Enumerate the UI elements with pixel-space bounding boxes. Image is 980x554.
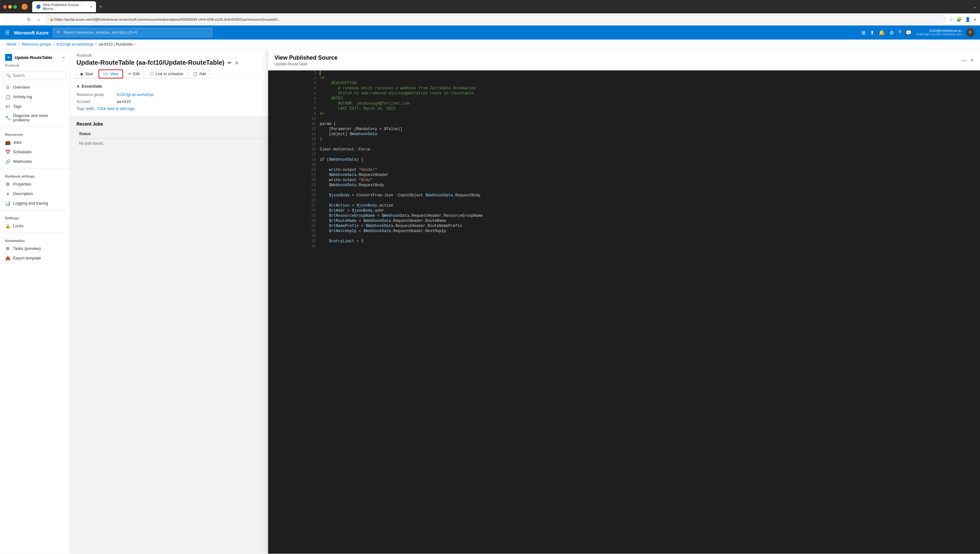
edit-btn[interactable]: ✏ Edit	[124, 70, 144, 78]
code-line-7: 7 AUTHOR: jmcdonough@fortinet.com	[268, 101, 980, 106]
dropdown-btn[interactable]: ⌄	[973, 4, 977, 9]
code-line-20: 20 write-output "Header"	[268, 167, 980, 172]
forward-btn[interactable]: →	[15, 16, 22, 22]
sidebar-item-diagnose[interactable]: 🔧 Diagnose and solve problems	[0, 111, 70, 125]
account-label: Account	[76, 99, 115, 104]
active-tab[interactable]: 🔵 View Published Source - Micros... ×	[32, 1, 96, 12]
rg-value[interactable]: fct10-fgt-as-workshop	[117, 92, 153, 97]
sidebar-item-diagnose-label: Diagnose and solve problems	[13, 113, 65, 123]
start-label: Start	[85, 72, 93, 76]
upload-icon[interactable]: ⬆	[870, 30, 874, 36]
sidebar-item-webhooks[interactable]: 🔗 Webhooks	[0, 157, 70, 166]
cloud-shell-icon[interactable]: ⊞	[861, 30, 865, 36]
sidebar-item-jobs[interactable]: 💼 Jobs	[0, 138, 70, 147]
locks-icon: 🔒	[5, 223, 10, 229]
sidebar-item-overview[interactable]: ⊙ Overview	[0, 83, 70, 92]
webhooks-icon: 🔗	[5, 159, 10, 164]
code-line-5: 5 Stitch to add/removed microsegmentatio…	[268, 91, 980, 96]
sidebar-item-export[interactable]: 📤 Export template	[0, 253, 70, 263]
tab-close-btn[interactable]: ×	[90, 5, 92, 9]
feedback-icon[interactable]: 💬	[905, 30, 912, 36]
breadcrumb-workshop[interactable]: fct10-fgt-as-workshop	[56, 42, 93, 46]
content-area: Runbook Update-RouteTable (aa-fct10/Upda…	[70, 49, 980, 554]
traffic-light-yellow[interactable]	[8, 5, 12, 9]
favorite-icon[interactable]: ☆	[235, 60, 239, 65]
breadcrumb-resource-groups[interactable]: Resource groups	[22, 42, 51, 46]
panel-close-btn[interactable]: ×	[970, 57, 974, 64]
code-line-18: 18 if ($WebhookData) {	[268, 157, 980, 162]
edit-title-icon[interactable]: ✏	[228, 60, 231, 65]
automation-section-label: Automation	[0, 235, 70, 244]
sidebar-item-logging[interactable]: 📊 Logging and tracing	[0, 199, 70, 208]
sidebar-azure-icon: >	[5, 54, 12, 61]
code-line-25: 25 $jsonBody = ConvertFrom-Json -InputOb…	[268, 193, 980, 198]
sidebar-search-input[interactable]	[13, 73, 64, 78]
start-icon: ▶	[81, 72, 84, 76]
sidebar-item-logging-label: Logging and tracing	[13, 201, 48, 205]
sidebar-item-description[interactable]: ≡ Description	[0, 189, 70, 199]
tags-add-link[interactable]: Click here to add tags	[97, 107, 135, 111]
export-icon: 📤	[5, 256, 10, 261]
address-bar: ← → ↻ ⌂ 🔒 ℹ https://portal.azure.com/#@f…	[0, 13, 980, 25]
code-line-10: 10	[268, 116, 980, 121]
user-section[interactable]: fct10@fortinetcloud.on... FORTINET CLOUD…	[916, 28, 975, 37]
home-btn[interactable]: ⌂	[36, 16, 41, 22]
sidebar-item-locks[interactable]: 🔒 Locks	[0, 221, 70, 231]
jobs-icon: 💼	[5, 140, 10, 145]
code-line-22: 22 write-output "Body"	[268, 178, 980, 183]
start-btn[interactable]: ▶ Start	[76, 70, 97, 78]
svg-point-2	[24, 6, 25, 8]
breadcrumb: Home > Resource groups > fct10-fgt-as-wo…	[0, 40, 980, 49]
notifications-icon[interactable]: 🔔	[879, 30, 885, 36]
breadcrumb-home[interactable]: Home	[6, 42, 17, 46]
code-line-16: 16 Clear-AzContext -Force	[268, 147, 980, 152]
title-text: Update-RouteTable (aa-fct10/Update-Route…	[76, 59, 224, 66]
tab-title: View Published Source - Micros...	[43, 3, 88, 11]
sidebar-item-activity-log[interactable]: 📋 Activity log	[0, 92, 70, 102]
code-area[interactable]: 1 2 <# 3 .DESCRIPTION 4	[268, 70, 980, 554]
help-icon[interactable]: ?	[898, 30, 901, 35]
code-line-26: 26	[268, 198, 980, 203]
sidebar-header: > Update-RouteTable «	[0, 49, 70, 64]
sidebar-item-schedules[interactable]: 📅 Schedules	[0, 147, 70, 157]
hamburger-btn[interactable]: ☰	[5, 30, 10, 36]
collapse-sidebar-btn[interactable]: «	[62, 55, 65, 60]
user-info: fct10@fortinetcloud.on... FORTINET CLOUD…	[916, 29, 964, 37]
sidebar-item-tasks[interactable]: ⚙ Tasks (preview)	[0, 244, 70, 253]
extensions-icon[interactable]: 🧩	[956, 17, 962, 22]
code-line-2: 2 <#	[268, 76, 980, 81]
account-icon[interactable]: 👤	[965, 17, 970, 22]
essentials-title: Essentials	[82, 84, 102, 89]
reload-btn[interactable]: ↻	[25, 16, 32, 22]
back-btn[interactable]: ←	[4, 16, 11, 22]
firefox-icon	[21, 3, 29, 11]
user-avatar[interactable]: F	[966, 28, 975, 37]
address-input[interactable]: 🔒 ℹ https://portal.azure.com/#@fortinetc…	[45, 15, 945, 24]
view-label: View	[110, 72, 119, 76]
settings-icon[interactable]: ⚙	[889, 30, 894, 36]
tags-edit-link[interactable]: edit	[87, 107, 93, 111]
sidebar-search-box[interactable]: 🔍	[3, 71, 67, 80]
sidebar-item-properties[interactable]: ⚙ Properties	[0, 180, 70, 189]
new-tab-btn[interactable]: +	[97, 4, 104, 10]
traffic-light-red[interactable]	[3, 5, 7, 9]
traffic-lights	[3, 5, 17, 9]
link-schedule-btn[interactable]: 🕐 Link to schedule	[145, 70, 188, 78]
tab-bar: 🔵 View Published Source - Micros... × +	[32, 1, 970, 12]
bookmark-icon[interactable]: ☆	[949, 17, 953, 22]
traffic-light-green[interactable]	[13, 5, 17, 9]
address-icons: ☆ 🧩 👤 ≡	[949, 17, 976, 22]
main-layout: > Update-RouteTable « Runbook 🔍 ⊙ Overvi…	[0, 49, 980, 554]
add-btn[interactable]: 📋 Add	[189, 70, 210, 78]
sidebar-item-tags[interactable]: 🏷 Tags	[0, 102, 70, 111]
breadcrumb-sep-3: >	[95, 42, 97, 46]
azure-search[interactable]: 🔍 Search resources, services, and docs (…	[53, 28, 212, 37]
menu-icon[interactable]: ≡	[974, 17, 976, 22]
code-line-34: 34 $retryLimit = 5	[268, 239, 980, 244]
code-line-15: 15	[268, 142, 980, 147]
panel-minimize-btn[interactable]: —	[961, 58, 966, 64]
tags-icon: 🏷	[5, 104, 10, 109]
view-btn[interactable]: </> View	[99, 70, 123, 78]
breadcrumb-sep-4: >	[135, 42, 137, 46]
add-icon: 📋	[193, 72, 198, 76]
